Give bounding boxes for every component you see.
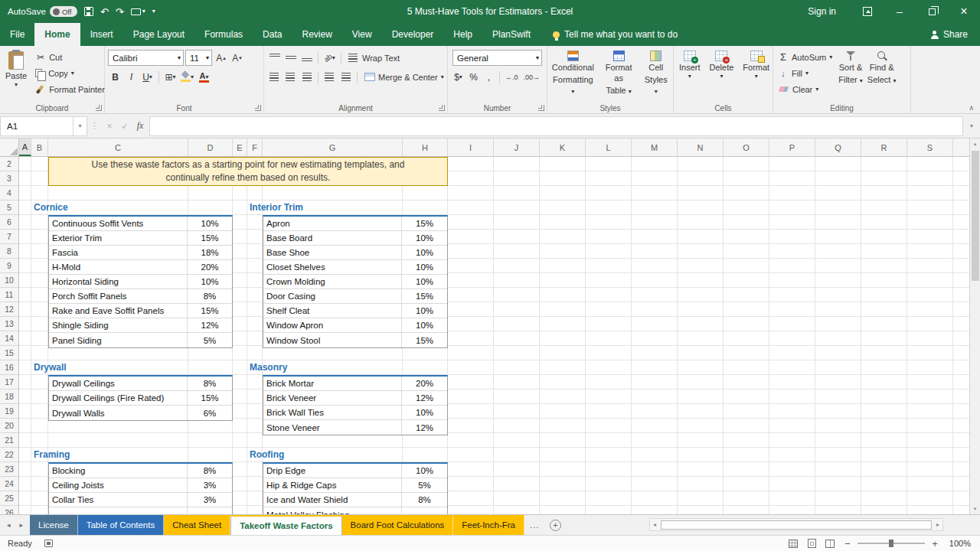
item-pct-cell[interactable]: 20% — [188, 260, 232, 274]
column-header-f[interactable]: F — [247, 139, 263, 156]
cell-styles-button[interactable]: Cell Styles ▾ — [640, 48, 672, 103]
wrap-text-button[interactable]: Wrap Text — [345, 50, 403, 67]
copy-button[interactable]: Copy▾ — [31, 65, 109, 81]
item-name-cell[interactable]: Base Shoe — [263, 246, 402, 259]
item-pct-cell[interactable]: 5% — [402, 478, 447, 492]
ribbon-tab-developer[interactable]: Developer — [382, 23, 444, 46]
page-break-preview-button[interactable] — [821, 536, 839, 551]
sheet-tab-feet-inch-fra[interactable]: Feet-Inch-Fra — [453, 515, 524, 535]
sort-filter-button[interactable]: Sort & Filter ▾ — [836, 48, 865, 103]
column-header-h[interactable]: H — [403, 139, 448, 156]
column-header-s[interactable]: S — [907, 139, 953, 156]
save-button[interactable] — [84, 7, 93, 16]
row-header-24[interactable]: 24 — [0, 477, 18, 491]
zoom-slider[interactable] — [858, 543, 925, 544]
item-pct-cell[interactable]: 10% — [188, 275, 232, 289]
find-select-button[interactable]: Find & Select ▾ — [865, 48, 899, 103]
orientation-button[interactable]: ab▾ — [322, 51, 337, 66]
share-button[interactable]: Share — [919, 23, 980, 46]
item-pct-cell[interactable]: 10% — [402, 318, 447, 332]
new-sheet-button[interactable]: + — [545, 515, 567, 535]
fill-color-button[interactable]: ▾ — [179, 70, 195, 85]
minimize-button[interactable]: – — [884, 0, 916, 23]
item-pct-cell[interactable]: 18% — [188, 246, 232, 259]
tell-me-box[interactable]: Tell me what you want to do — [553, 23, 678, 46]
row-header-9[interactable]: 9 — [0, 259, 18, 273]
column-header-n[interactable]: N — [678, 139, 724, 156]
autosave-toggle[interactable]: AutoSave Off — [8, 6, 77, 17]
item-pct-cell[interactable]: 10% — [402, 406, 447, 419]
item-pct-cell[interactable]: 15% — [188, 304, 232, 318]
cancel-icon[interactable]: × — [102, 116, 117, 136]
comma-style-button[interactable]: , — [482, 70, 496, 85]
item-name-cell[interactable]: Apron — [263, 217, 402, 230]
zoom-slider-thumb[interactable] — [889, 540, 893, 547]
horizontal-scrollbar[interactable]: ◂ ▸ — [649, 518, 943, 531]
row-header-4[interactable]: 4 — [0, 186, 18, 201]
accounting-format-button[interactable]: $▾ — [451, 70, 466, 85]
touch-mouse-mode-button[interactable]: ▾ — [131, 8, 145, 15]
sheet-nav-right-icon[interactable]: ▸ — [20, 521, 24, 529]
item-name-cell[interactable]: Shelf Cleat — [263, 304, 402, 318]
horizontal-scroll-thumb[interactable] — [661, 520, 932, 530]
column-header-m[interactable]: M — [632, 139, 678, 156]
vertical-scroll-thumb[interactable] — [972, 151, 979, 281]
item-name-cell[interactable]: Door Casing — [263, 289, 402, 303]
italic-button[interactable]: I — [124, 70, 139, 85]
item-name-cell[interactable]: Closet Shelves — [263, 260, 402, 274]
format-as-table-button[interactable]: Format as Table ▾ — [598, 48, 640, 103]
item-name-cell[interactable]: Rake and Eave Soffit Panels — [49, 304, 188, 318]
zoom-out-button[interactable]: − — [839, 538, 856, 549]
item-name-cell[interactable]: H-Mold — [49, 260, 188, 274]
row-header-7[interactable]: 7 — [0, 230, 18, 244]
item-name-cell[interactable]: Brick Veneer — [263, 391, 402, 405]
clipboard-dialog-launcher[interactable] — [96, 105, 102, 111]
item-name-cell[interactable]: Collar Ties — [49, 493, 188, 507]
page-layout-view-button[interactable] — [802, 536, 821, 551]
item-pct-cell[interactable]: 10% — [402, 231, 447, 245]
sheet-tab-license[interactable]: License — [30, 515, 78, 535]
align-center-button[interactable] — [283, 70, 298, 85]
item-pct-cell[interactable]: 10% — [402, 464, 447, 478]
item-name-cell[interactable]: Metal Valley Flashing — [263, 507, 402, 514]
scroll-left-icon[interactable]: ◂ — [650, 521, 659, 528]
item-pct-cell[interactable]: 12% — [188, 318, 232, 332]
item-name-cell[interactable] — [49, 507, 188, 514]
percent-style-button[interactable]: % — [466, 70, 481, 85]
item-pct-cell[interactable]: 12% — [402, 391, 447, 405]
section-label-framing[interactable]: Framing — [34, 448, 70, 462]
column-header-r[interactable]: R — [861, 139, 907, 156]
insert-function-button[interactable]: fx — [132, 116, 148, 136]
item-name-cell[interactable]: Brick Mortar — [263, 377, 402, 390]
column-header-e[interactable]: E — [233, 139, 247, 156]
insert-cells-button[interactable]: Insert ▾ — [675, 48, 705, 103]
ribbon-display-options-button[interactable] — [851, 0, 884, 23]
align-right-button[interactable] — [299, 70, 314, 85]
customize-qat-button[interactable]: ▾ — [152, 8, 155, 15]
sheet-tab-takeoff-waste-factors[interactable]: Takeoff Waste Factors — [230, 515, 341, 535]
row-header-22[interactable]: 22 — [0, 448, 18, 462]
row-header-8[interactable]: 8 — [0, 244, 18, 259]
font-dialog-launcher[interactable] — [255, 105, 261, 111]
delete-cells-button[interactable]: Delete ▾ — [705, 48, 739, 103]
decrease-decimal-button[interactable]: .00→ — [521, 70, 543, 85]
row-header-21[interactable]: 21 — [0, 433, 18, 448]
font-color-button[interactable]: A▾ — [197, 70, 211, 85]
column-header-a[interactable]: A — [19, 139, 31, 156]
item-name-cell[interactable]: Window Apron — [263, 318, 402, 332]
item-pct-cell[interactable]: 15% — [402, 333, 447, 347]
decrease-indent-button[interactable] — [322, 70, 337, 85]
item-pct-cell[interactable]: 20% — [402, 377, 447, 390]
column-header-k[interactable]: K — [540, 139, 586, 156]
macro-record-button[interactable] — [40, 540, 53, 547]
scroll-up-icon[interactable]: ▴ — [970, 139, 980, 149]
row-header-19[interactable]: 19 — [0, 404, 18, 419]
cells-area[interactable]: Use these waste factors as a starting po… — [19, 157, 969, 514]
item-pct-cell[interactable]: 15% — [188, 231, 232, 245]
bold-button[interactable]: B — [108, 70, 122, 85]
zoom-in-button[interactable]: + — [926, 538, 943, 549]
name-box[interactable]: A1 — [0, 116, 74, 136]
item-pct-cell[interactable]: 8% — [188, 289, 232, 303]
item-pct-cell[interactable]: 5% — [188, 333, 232, 347]
sheet-tab-overflow-button[interactable]: ... — [524, 515, 545, 535]
